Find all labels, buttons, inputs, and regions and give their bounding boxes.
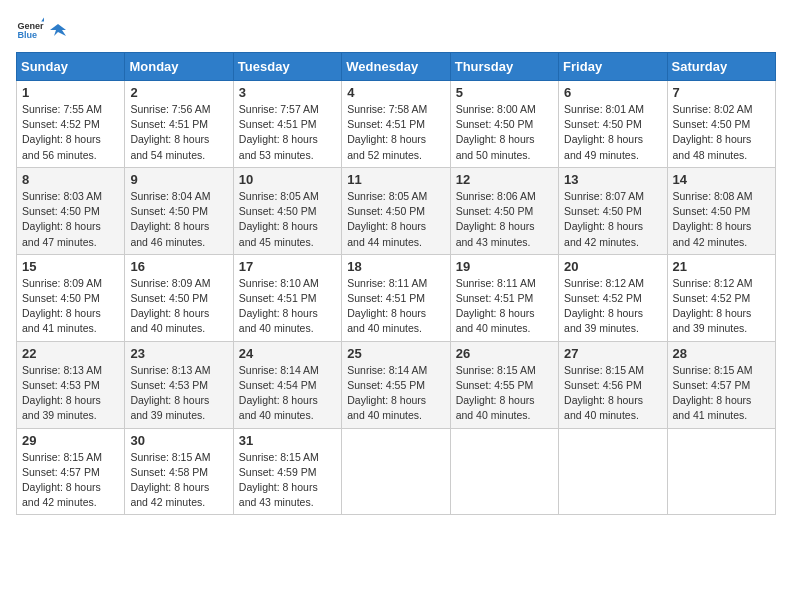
logo-icon: General Blue (16, 16, 44, 44)
day-number: 22 (22, 346, 119, 361)
day-number: 2 (130, 85, 227, 100)
day-number: 19 (456, 259, 553, 274)
day-number: 17 (239, 259, 336, 274)
calendar-cell: 8 Sunrise: 8:03 AMSunset: 4:50 PMDayligh… (17, 167, 125, 254)
day-info: Sunrise: 8:11 AMSunset: 4:51 PMDaylight:… (456, 277, 536, 335)
calendar-cell: 20 Sunrise: 8:12 AMSunset: 4:52 PMDaylig… (559, 254, 667, 341)
day-number: 30 (130, 433, 227, 448)
calendar-week-row: 22 Sunrise: 8:13 AMSunset: 4:53 PMDaylig… (17, 341, 776, 428)
day-number: 11 (347, 172, 444, 187)
day-info: Sunrise: 8:15 AMSunset: 4:57 PMDaylight:… (673, 364, 753, 422)
day-info: Sunrise: 8:05 AMSunset: 4:50 PMDaylight:… (347, 190, 427, 248)
day-info: Sunrise: 8:06 AMSunset: 4:50 PMDaylight:… (456, 190, 536, 248)
day-info: Sunrise: 8:13 AMSunset: 4:53 PMDaylight:… (22, 364, 102, 422)
calendar-week-row: 1 Sunrise: 7:55 AMSunset: 4:52 PMDayligh… (17, 81, 776, 168)
day-number: 6 (564, 85, 661, 100)
logo: General Blue (16, 16, 66, 44)
calendar-cell: 27 Sunrise: 8:15 AMSunset: 4:56 PMDaylig… (559, 341, 667, 428)
calendar-cell (342, 428, 450, 515)
calendar-cell: 11 Sunrise: 8:05 AMSunset: 4:50 PMDaylig… (342, 167, 450, 254)
day-info: Sunrise: 8:01 AMSunset: 4:50 PMDaylight:… (564, 103, 644, 161)
day-number: 14 (673, 172, 770, 187)
day-info: Sunrise: 7:58 AMSunset: 4:51 PMDaylight:… (347, 103, 427, 161)
svg-text:Blue: Blue (17, 30, 37, 40)
day-info: Sunrise: 8:15 AMSunset: 4:55 PMDaylight:… (456, 364, 536, 422)
calendar-cell: 29 Sunrise: 8:15 AMSunset: 4:57 PMDaylig… (17, 428, 125, 515)
calendar-cell: 13 Sunrise: 8:07 AMSunset: 4:50 PMDaylig… (559, 167, 667, 254)
calendar-cell: 2 Sunrise: 7:56 AMSunset: 4:51 PMDayligh… (125, 81, 233, 168)
logo-bird-icon (50, 22, 66, 38)
weekday-header-friday: Friday (559, 53, 667, 81)
day-info: Sunrise: 7:57 AMSunset: 4:51 PMDaylight:… (239, 103, 319, 161)
day-number: 27 (564, 346, 661, 361)
day-number: 9 (130, 172, 227, 187)
day-number: 24 (239, 346, 336, 361)
calendar-cell: 7 Sunrise: 8:02 AMSunset: 4:50 PMDayligh… (667, 81, 775, 168)
day-info: Sunrise: 7:55 AMSunset: 4:52 PMDaylight:… (22, 103, 102, 161)
weekday-header-saturday: Saturday (667, 53, 775, 81)
day-info: Sunrise: 8:00 AMSunset: 4:50 PMDaylight:… (456, 103, 536, 161)
calendar-cell: 17 Sunrise: 8:10 AMSunset: 4:51 PMDaylig… (233, 254, 341, 341)
day-number: 8 (22, 172, 119, 187)
weekday-header-tuesday: Tuesday (233, 53, 341, 81)
day-info: Sunrise: 8:14 AMSunset: 4:55 PMDaylight:… (347, 364, 427, 422)
calendar-cell: 22 Sunrise: 8:13 AMSunset: 4:53 PMDaylig… (17, 341, 125, 428)
day-number: 10 (239, 172, 336, 187)
day-number: 7 (673, 85, 770, 100)
calendar-cell: 1 Sunrise: 7:55 AMSunset: 4:52 PMDayligh… (17, 81, 125, 168)
svg-text:General: General (17, 21, 44, 31)
day-info: Sunrise: 8:09 AMSunset: 4:50 PMDaylight:… (130, 277, 210, 335)
calendar-cell: 6 Sunrise: 8:01 AMSunset: 4:50 PMDayligh… (559, 81, 667, 168)
calendar-cell (667, 428, 775, 515)
calendar-cell: 30 Sunrise: 8:15 AMSunset: 4:58 PMDaylig… (125, 428, 233, 515)
calendar-table: SundayMondayTuesdayWednesdayThursdayFrid… (16, 52, 776, 515)
day-number: 13 (564, 172, 661, 187)
day-info: Sunrise: 8:04 AMSunset: 4:50 PMDaylight:… (130, 190, 210, 248)
weekday-header-row: SundayMondayTuesdayWednesdayThursdayFrid… (17, 53, 776, 81)
calendar-cell: 16 Sunrise: 8:09 AMSunset: 4:50 PMDaylig… (125, 254, 233, 341)
weekday-header-thursday: Thursday (450, 53, 558, 81)
calendar-cell: 28 Sunrise: 8:15 AMSunset: 4:57 PMDaylig… (667, 341, 775, 428)
calendar-cell: 24 Sunrise: 8:14 AMSunset: 4:54 PMDaylig… (233, 341, 341, 428)
day-info: Sunrise: 8:11 AMSunset: 4:51 PMDaylight:… (347, 277, 427, 335)
day-number: 5 (456, 85, 553, 100)
calendar-cell: 4 Sunrise: 7:58 AMSunset: 4:51 PMDayligh… (342, 81, 450, 168)
calendar-cell: 26 Sunrise: 8:15 AMSunset: 4:55 PMDaylig… (450, 341, 558, 428)
calendar-cell (559, 428, 667, 515)
day-number: 18 (347, 259, 444, 274)
day-info: Sunrise: 8:15 AMSunset: 4:57 PMDaylight:… (22, 451, 102, 509)
day-number: 28 (673, 346, 770, 361)
day-number: 15 (22, 259, 119, 274)
calendar-cell: 21 Sunrise: 8:12 AMSunset: 4:52 PMDaylig… (667, 254, 775, 341)
calendar-week-row: 15 Sunrise: 8:09 AMSunset: 4:50 PMDaylig… (17, 254, 776, 341)
day-number: 16 (130, 259, 227, 274)
day-number: 1 (22, 85, 119, 100)
day-number: 21 (673, 259, 770, 274)
day-number: 20 (564, 259, 661, 274)
day-number: 12 (456, 172, 553, 187)
day-info: Sunrise: 8:14 AMSunset: 4:54 PMDaylight:… (239, 364, 319, 422)
calendar-cell: 19 Sunrise: 8:11 AMSunset: 4:51 PMDaylig… (450, 254, 558, 341)
calendar-cell: 12 Sunrise: 8:06 AMSunset: 4:50 PMDaylig… (450, 167, 558, 254)
day-info: Sunrise: 8:12 AMSunset: 4:52 PMDaylight:… (673, 277, 753, 335)
weekday-header-sunday: Sunday (17, 53, 125, 81)
day-info: Sunrise: 8:12 AMSunset: 4:52 PMDaylight:… (564, 277, 644, 335)
day-info: Sunrise: 8:08 AMSunset: 4:50 PMDaylight:… (673, 190, 753, 248)
day-info: Sunrise: 8:09 AMSunset: 4:50 PMDaylight:… (22, 277, 102, 335)
calendar-cell: 14 Sunrise: 8:08 AMSunset: 4:50 PMDaylig… (667, 167, 775, 254)
logo-text-block (48, 22, 66, 38)
day-number: 3 (239, 85, 336, 100)
day-info: Sunrise: 8:15 AMSunset: 4:58 PMDaylight:… (130, 451, 210, 509)
calendar-cell (450, 428, 558, 515)
weekday-header-monday: Monday (125, 53, 233, 81)
day-number: 4 (347, 85, 444, 100)
day-info: Sunrise: 8:15 AMSunset: 4:59 PMDaylight:… (239, 451, 319, 509)
calendar-cell: 25 Sunrise: 8:14 AMSunset: 4:55 PMDaylig… (342, 341, 450, 428)
calendar-cell: 31 Sunrise: 8:15 AMSunset: 4:59 PMDaylig… (233, 428, 341, 515)
day-number: 25 (347, 346, 444, 361)
calendar-cell: 15 Sunrise: 8:09 AMSunset: 4:50 PMDaylig… (17, 254, 125, 341)
day-info: Sunrise: 8:07 AMSunset: 4:50 PMDaylight:… (564, 190, 644, 248)
day-number: 29 (22, 433, 119, 448)
day-number: 23 (130, 346, 227, 361)
calendar-cell: 10 Sunrise: 8:05 AMSunset: 4:50 PMDaylig… (233, 167, 341, 254)
